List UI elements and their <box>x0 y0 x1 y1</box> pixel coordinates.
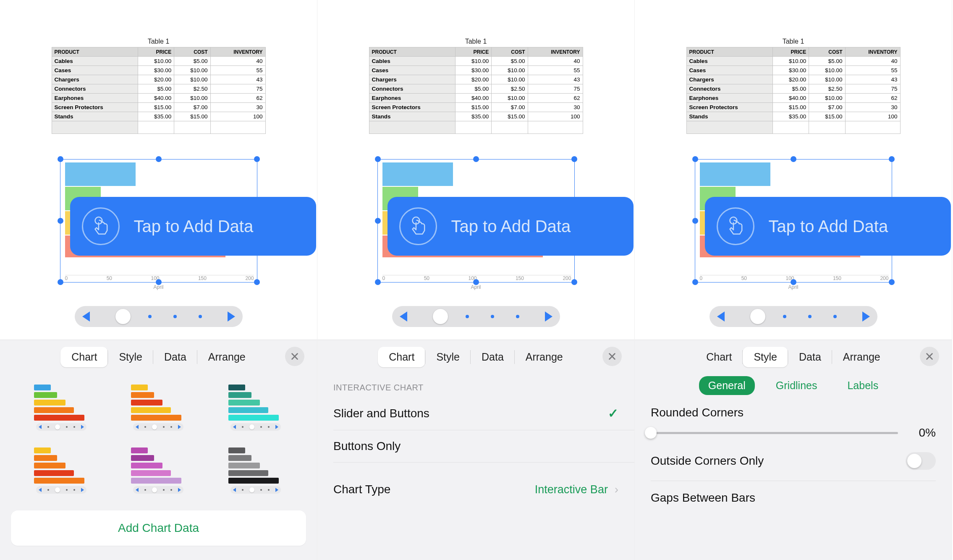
table-cell[interactable]: Connectors <box>52 84 138 94</box>
table-header-cell[interactable]: COST <box>492 47 528 57</box>
table-cell[interactable]: $5.00 <box>174 57 210 66</box>
selection-handle[interactable] <box>156 279 162 285</box>
table-cell[interactable]: Chargers <box>369 75 456 84</box>
chart-selected[interactable]: 050100150200AprilTap to Add Data <box>56 159 262 298</box>
table-cell[interactable]: $15.00 <box>138 103 174 112</box>
table-cell[interactable]: 100 <box>845 112 900 121</box>
table-cell[interactable]: 43 <box>528 75 583 84</box>
pager-prev-button[interactable] <box>400 311 407 322</box>
table-cell[interactable]: Earphones <box>686 94 773 103</box>
subtab-gridlines[interactable]: Gridlines <box>767 376 827 395</box>
selection-handle[interactable] <box>156 156 162 162</box>
table-cell[interactable]: $10.00 <box>492 75 528 84</box>
data-table[interactable]: PRODUCTPRICECOSTINVENTORYCables$10.00$5.… <box>369 47 583 134</box>
table-cell[interactable]: $10.00 <box>809 94 845 103</box>
tap-to-add-data-callout[interactable]: Tap to Add Data <box>387 197 634 256</box>
table-cell[interactable]: Cases <box>369 66 456 75</box>
data-table[interactable]: PRODUCTPRICECOSTINVENTORYCables$10.00$5.… <box>686 47 901 134</box>
pager-prev-button[interactable] <box>82 311 90 322</box>
tab-chart[interactable]: Chart <box>60 347 108 367</box>
table-cell[interactable]: 40 <box>528 57 583 66</box>
selection-handle[interactable] <box>889 279 895 285</box>
table-cell[interactable]: Stands <box>52 112 138 121</box>
selection-handle[interactable] <box>889 156 895 162</box>
table-cell[interactable]: Chargers <box>686 75 773 84</box>
row-slider-and-buttons[interactable]: Slider and Buttons ✓ <box>333 397 634 430</box>
chart-style-swatch[interactable] <box>118 385 199 431</box>
table-row[interactable]: Cables$10.00$5.0040 <box>686 57 900 66</box>
data-table[interactable]: PRODUCTPRICECOSTINVENTORYCables$10.00$5.… <box>52 47 266 134</box>
table-cell[interactable]: $30.00 <box>456 66 492 75</box>
pager-dot[interactable] <box>833 315 837 318</box>
table-row[interactable]: Connectors$5.00$2.5075 <box>52 84 265 94</box>
tab-arrange[interactable]: Arrange <box>197 347 257 367</box>
table-cell[interactable]: $5.00 <box>809 57 845 66</box>
pager-dot[interactable] <box>783 315 786 318</box>
pager-dot[interactable] <box>466 315 469 318</box>
chart-selected[interactable]: 050100150200AprilTap to Add Data <box>373 159 579 298</box>
table-cell[interactable]: $15.00 <box>456 103 492 112</box>
table-header-cell[interactable]: PRICE <box>138 47 174 57</box>
pager-next-button[interactable] <box>228 311 235 322</box>
close-inspector-button[interactable] <box>285 347 304 366</box>
table-cell[interactable]: $5.00 <box>456 84 492 94</box>
selection-handle[interactable] <box>375 279 381 285</box>
selection-handle[interactable] <box>692 218 698 224</box>
table-row[interactable]: Earphones$40.00$10.0062 <box>52 94 265 103</box>
tab-data[interactable]: Data <box>153 347 197 367</box>
table-header-cell[interactable]: INVENTORY <box>528 47 583 57</box>
table-cell[interactable]: Cables <box>52 57 138 66</box>
chart-style-swatch[interactable] <box>21 447 102 494</box>
table-cell[interactable]: 43 <box>845 75 900 84</box>
tab-arrange[interactable]: Arrange <box>832 347 891 367</box>
interactive-pager[interactable] <box>75 306 243 327</box>
table-cell[interactable]: Cables <box>686 57 773 66</box>
table-cell[interactable]: $20.00 <box>456 75 492 84</box>
close-inspector-button[interactable] <box>602 347 622 366</box>
pager-prev-button[interactable] <box>717 311 725 322</box>
table-row[interactable]: Chargers$20.00$10.0043 <box>686 75 900 84</box>
table-cell[interactable]: 62 <box>845 94 900 103</box>
table-cell[interactable]: $30.00 <box>138 66 174 75</box>
row-chart-type[interactable]: Chart Type Interactive Bar › <box>333 474 634 505</box>
table-cell[interactable]: $10.00 <box>174 66 210 75</box>
pager-thumb[interactable] <box>433 309 448 324</box>
outside-corners-toggle[interactable] <box>906 452 936 470</box>
tab-arrange[interactable]: Arrange <box>515 347 574 367</box>
table-cell[interactable]: Screen Protectors <box>686 103 773 112</box>
subtab-labels[interactable]: Labels <box>838 376 888 395</box>
table-cell[interactable]: Cases <box>686 66 773 75</box>
table-cell[interactable]: Screen Protectors <box>52 103 138 112</box>
table-cell[interactable]: 40 <box>845 57 900 66</box>
table-row[interactable]: Screen Protectors$15.00$7.0030 <box>686 103 900 112</box>
selection-handle[interactable] <box>375 218 381 224</box>
table-cell[interactable]: Cables <box>369 57 456 66</box>
pager-dot[interactable] <box>199 315 202 318</box>
table-cell[interactable]: $10.00 <box>174 94 210 103</box>
table-cell[interactable]: $10.00 <box>456 57 492 66</box>
table-header-cell[interactable]: INVENTORY <box>845 47 900 57</box>
table-cell[interactable]: 75 <box>210 84 265 94</box>
table-cell[interactable]: $7.00 <box>492 103 528 112</box>
table-cell[interactable]: $5.00 <box>773 84 809 94</box>
selection-handle[interactable] <box>571 156 577 162</box>
rounded-corners-slider[interactable] <box>651 432 898 434</box>
tab-style[interactable]: Style <box>743 347 788 367</box>
table-cell[interactable]: 43 <box>210 75 265 84</box>
table-cell[interactable]: 30 <box>528 103 583 112</box>
pager-dot[interactable] <box>173 315 177 318</box>
table-cell[interactable]: $40.00 <box>138 94 174 103</box>
chart-style-swatch[interactable] <box>215 385 296 431</box>
table-cell[interactable]: 30 <box>210 103 265 112</box>
table-cell[interactable]: Connectors <box>686 84 773 94</box>
pager-dot[interactable] <box>148 315 152 318</box>
tab-style[interactable]: Style <box>108 347 153 367</box>
table-cell[interactable]: $7.00 <box>174 103 210 112</box>
pager-dot[interactable] <box>491 315 494 318</box>
table-row[interactable]: Stands$35.00$15.00100 <box>52 112 265 121</box>
table-row[interactable]: Connectors$5.00$2.5075 <box>686 84 900 94</box>
table-cell[interactable]: 62 <box>210 94 265 103</box>
selection-handle[interactable] <box>58 218 63 224</box>
selection-handle[interactable] <box>473 279 479 285</box>
table-cell[interactable]: $7.00 <box>809 103 845 112</box>
